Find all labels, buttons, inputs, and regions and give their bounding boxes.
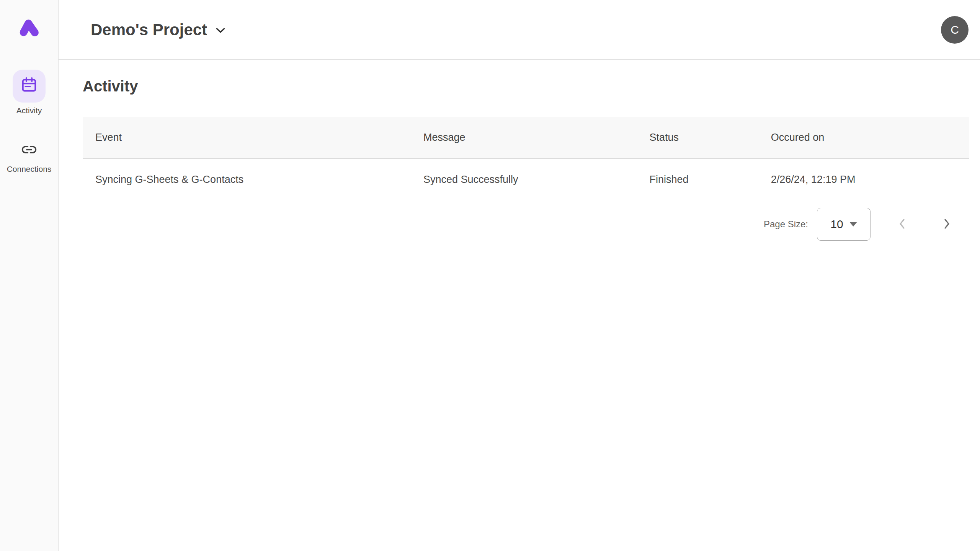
- app-window: Activity Connections Demo's Project: [0, 0, 980, 551]
- pagination-bar: Page Size: 10: [83, 208, 969, 241]
- main-content: Activity Event Message Status Occured on…: [59, 60, 980, 241]
- cell-event: Syncing G-Sheets & G-Contacts: [83, 174, 411, 186]
- clipboard-calendar-icon: [20, 76, 38, 96]
- link-icon: [20, 141, 38, 160]
- column-header-event: Event: [83, 132, 411, 143]
- project-switcher[interactable]: Demo's Project: [91, 22, 225, 38]
- table-header-row: Event Message Status Occured on: [83, 117, 969, 159]
- page-size-value: 10: [830, 218, 843, 231]
- caret-down-icon: [849, 222, 857, 227]
- project-title: Demo's Project: [91, 22, 207, 38]
- activity-icon-box: [13, 70, 46, 103]
- cell-status: Finished: [637, 174, 758, 186]
- chevron-down-icon: [216, 27, 225, 35]
- cell-occurred-on: 2/26/24, 12:19 PM: [758, 174, 969, 186]
- next-page-button[interactable]: [938, 215, 956, 233]
- avatar[interactable]: C: [941, 16, 969, 44]
- activity-table: Event Message Status Occured on Syncing …: [83, 117, 969, 241]
- page-title: Activity: [83, 77, 969, 96]
- topbar: Demo's Project C: [59, 0, 980, 60]
- chevron-right-icon: [943, 218, 951, 231]
- table-row[interactable]: Syncing G-Sheets & G-Contacts Synced Suc…: [83, 159, 969, 200]
- column-header-message: Message: [411, 132, 637, 143]
- lambda-logo-icon: [16, 16, 42, 41]
- sidebar-nav: Activity Connections: [7, 40, 52, 174]
- column-header-status: Status: [637, 132, 758, 143]
- page-size-label: Page Size:: [764, 219, 808, 230]
- column-header-occurred-on: Occured on: [758, 132, 969, 143]
- sidebar: Activity Connections: [0, 0, 59, 551]
- sidebar-item-connections[interactable]: Connections: [7, 140, 52, 174]
- sidebar-item-label: Activity: [16, 106, 42, 115]
- chevron-left-icon: [898, 218, 906, 231]
- app-logo[interactable]: [16, 17, 42, 40]
- content-column: Demo's Project C Activity Event Message …: [59, 0, 980, 551]
- previous-page-button[interactable]: [893, 215, 911, 233]
- sidebar-item-label: Connections: [7, 165, 52, 174]
- page-size-select[interactable]: 10: [817, 208, 871, 241]
- connections-icon-box: [13, 140, 46, 161]
- sidebar-item-activity[interactable]: Activity: [13, 70, 46, 115]
- cell-message: Synced Successfully: [411, 174, 637, 186]
